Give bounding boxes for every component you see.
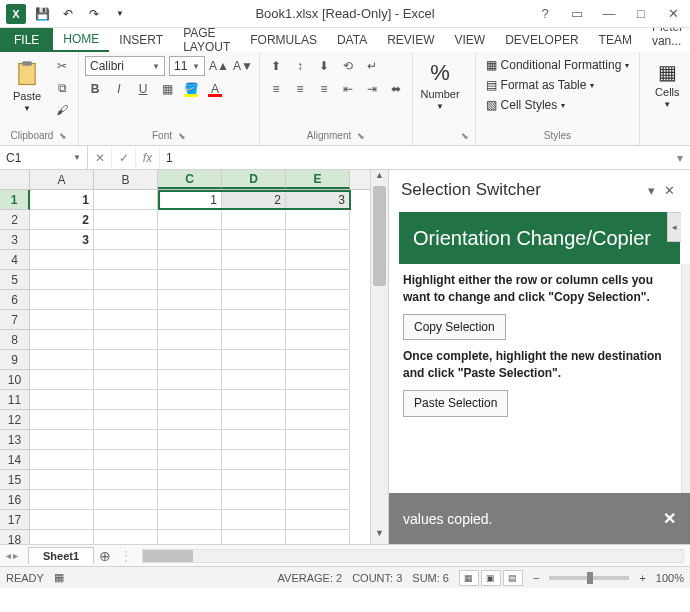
taskpane-collapse-icon[interactable]: ◂ bbox=[667, 212, 681, 242]
cell-B4[interactable] bbox=[94, 250, 158, 270]
zoom-level[interactable]: 100% bbox=[656, 572, 684, 584]
cell-D6[interactable] bbox=[222, 290, 286, 310]
excel-logo-icon[interactable]: X bbox=[4, 3, 28, 25]
cell-A15[interactable] bbox=[30, 470, 94, 490]
normal-view-icon[interactable]: ▦ bbox=[459, 570, 479, 586]
cell-E10[interactable] bbox=[286, 370, 350, 390]
spreadsheet-grid[interactable]: A B C D E 111232233456789101112131415161… bbox=[0, 170, 370, 544]
cell-D5[interactable] bbox=[222, 270, 286, 290]
border-button[interactable]: ▦ bbox=[157, 79, 177, 99]
copy-selection-button[interactable]: Copy Selection bbox=[403, 314, 506, 341]
cell-B7[interactable] bbox=[94, 310, 158, 330]
cell-C4[interactable] bbox=[158, 250, 222, 270]
fill-color-button[interactable]: 🪣 bbox=[181, 79, 201, 99]
font-color-button[interactable]: A bbox=[205, 79, 225, 99]
copy-button[interactable]: ⧉ bbox=[52, 78, 72, 98]
cell-B2[interactable] bbox=[94, 210, 158, 230]
cell-A17[interactable] bbox=[30, 510, 94, 530]
select-all-corner[interactable] bbox=[0, 170, 30, 189]
cell-A12[interactable] bbox=[30, 410, 94, 430]
cell-D8[interactable] bbox=[222, 330, 286, 350]
tab-page-layout[interactable]: PAGE LAYOUT bbox=[173, 28, 240, 52]
decrease-indent-button[interactable]: ⇤ bbox=[338, 79, 358, 99]
cell-C8[interactable] bbox=[158, 330, 222, 350]
toast-close-icon[interactable]: ✕ bbox=[663, 509, 676, 528]
row-header-4[interactable]: 4 bbox=[0, 250, 30, 270]
italic-button[interactable]: I bbox=[109, 79, 129, 99]
tab-formulas[interactable]: FORMULAS bbox=[240, 28, 327, 52]
cell-E17[interactable] bbox=[286, 510, 350, 530]
tab-developer[interactable]: DEVELOPER bbox=[495, 28, 588, 52]
tab-view[interactable]: VIEW bbox=[445, 28, 496, 52]
zoom-slider[interactable] bbox=[549, 576, 629, 580]
cell-B15[interactable] bbox=[94, 470, 158, 490]
underline-button[interactable]: U bbox=[133, 79, 153, 99]
cell-B6[interactable] bbox=[94, 290, 158, 310]
row-header-15[interactable]: 15 bbox=[0, 470, 30, 490]
cell-D3[interactable] bbox=[222, 230, 286, 250]
page-break-view-icon[interactable]: ▤ bbox=[503, 570, 523, 586]
fx-icon[interactable]: fx bbox=[136, 146, 160, 169]
merge-button[interactable]: ⬌ bbox=[386, 79, 406, 99]
row-header-17[interactable]: 17 bbox=[0, 510, 30, 530]
taskpane-close-icon[interactable]: ✕ bbox=[660, 183, 678, 198]
cell-B9[interactable] bbox=[94, 350, 158, 370]
row-header-1[interactable]: 1 bbox=[0, 190, 30, 210]
align-bottom-button[interactable]: ⬇ bbox=[314, 56, 334, 76]
tab-file[interactable]: FILE bbox=[0, 28, 53, 52]
number-launcher-icon[interactable]: ⬊ bbox=[461, 131, 469, 141]
cell-E3[interactable] bbox=[286, 230, 350, 250]
taskpane-scrollbar[interactable] bbox=[681, 264, 690, 493]
cell-E12[interactable] bbox=[286, 410, 350, 430]
cell-B12[interactable] bbox=[94, 410, 158, 430]
row-header-5[interactable]: 5 bbox=[0, 270, 30, 290]
cell-A18[interactable] bbox=[30, 530, 94, 544]
cut-button[interactable]: ✂ bbox=[52, 56, 72, 76]
cell-B5[interactable] bbox=[94, 270, 158, 290]
row-header-11[interactable]: 11 bbox=[0, 390, 30, 410]
cell-C10[interactable] bbox=[158, 370, 222, 390]
bold-button[interactable]: B bbox=[85, 79, 105, 99]
cell-C11[interactable] bbox=[158, 390, 222, 410]
cell-D17[interactable] bbox=[222, 510, 286, 530]
cell-D16[interactable] bbox=[222, 490, 286, 510]
align-left-button[interactable]: ≡ bbox=[266, 79, 286, 99]
row-header-9[interactable]: 9 bbox=[0, 350, 30, 370]
format-painter-button[interactable]: 🖌 bbox=[52, 100, 72, 120]
cell-A2[interactable]: 2 bbox=[30, 210, 94, 230]
cell-E6[interactable] bbox=[286, 290, 350, 310]
cell-E5[interactable] bbox=[286, 270, 350, 290]
vertical-scrollbar[interactable]: ▲ ▼ bbox=[370, 170, 388, 544]
row-header-2[interactable]: 2 bbox=[0, 210, 30, 230]
increase-indent-button[interactable]: ⇥ bbox=[362, 79, 382, 99]
cell-B14[interactable] bbox=[94, 450, 158, 470]
cell-A16[interactable] bbox=[30, 490, 94, 510]
decrease-font-button[interactable]: A▼ bbox=[233, 56, 253, 76]
scroll-up-icon[interactable]: ▲ bbox=[371, 170, 388, 186]
expand-formula-bar-icon[interactable]: ▾ bbox=[670, 151, 690, 165]
cell-D7[interactable] bbox=[222, 310, 286, 330]
minimize-icon[interactable]: — bbox=[594, 3, 624, 25]
col-header-C[interactable]: C bbox=[158, 170, 222, 189]
ribbon-options-icon[interactable]: ▭ bbox=[562, 3, 592, 25]
cancel-formula-icon[interactable]: ✕ bbox=[88, 146, 112, 169]
row-header-16[interactable]: 16 bbox=[0, 490, 30, 510]
conditional-formatting-button[interactable]: ▦Conditional Formatting▾ bbox=[482, 56, 634, 74]
tab-home[interactable]: HOME bbox=[53, 28, 109, 52]
page-layout-view-icon[interactable]: ▣ bbox=[481, 570, 501, 586]
zoom-thumb[interactable] bbox=[587, 572, 593, 584]
sheet-nav-prev-icon[interactable]: ◂ bbox=[6, 550, 11, 561]
col-header-B[interactable]: B bbox=[94, 170, 158, 189]
formula-input[interactable]: 1 bbox=[160, 151, 670, 165]
font-launcher-icon[interactable]: ⬊ bbox=[178, 131, 186, 141]
cell-D18[interactable] bbox=[222, 530, 286, 544]
cell-B10[interactable] bbox=[94, 370, 158, 390]
number-format-button[interactable]: % Number ▼ bbox=[419, 56, 461, 111]
col-header-A[interactable]: A bbox=[30, 170, 94, 189]
macro-record-icon[interactable]: ▦ bbox=[54, 571, 64, 584]
horizontal-scrollbar[interactable] bbox=[142, 549, 684, 563]
cell-E14[interactable] bbox=[286, 450, 350, 470]
cell-C17[interactable] bbox=[158, 510, 222, 530]
cell-styles-button[interactable]: ▧Cell Styles▾ bbox=[482, 96, 570, 114]
align-middle-button[interactable]: ↕ bbox=[290, 56, 310, 76]
